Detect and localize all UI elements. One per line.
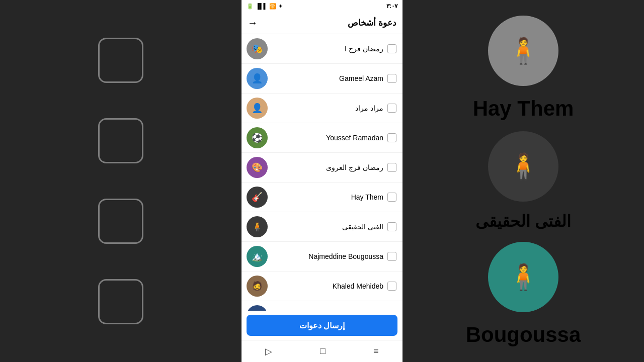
contact-item-10[interactable]: احمد ابو ها ني👤 [242, 301, 403, 311]
wifi-icon: 🛜 [269, 3, 276, 10]
contact-item-2[interactable]: Gameel Azam👤 [242, 64, 403, 94]
right-panel: 🧍 Hay Them 🧍 الفتى الحقيقى 🧍 Bougoussa [403, 0, 644, 362]
right-label-3: Bougoussa [466, 323, 581, 346]
contact-checkbox-7[interactable] [387, 222, 396, 231]
contact-name-7: الفتى الحقيقى [272, 223, 383, 231]
contact-item-1[interactable]: رمضان فرج ا🎭 [242, 34, 403, 64]
bluetooth-icon: ✦ [278, 3, 283, 10]
contact-name-8: Najmeddine Bougoussa [272, 252, 383, 260]
contact-checkbox-1[interactable] [387, 44, 396, 53]
contacts-list[interactable]: رمضان فرج ا🎭Gameel Azam👤مراد مراد👤Yousse… [242, 34, 403, 311]
contact-item-8[interactable]: Najmeddine Bougoussa🏔️ [242, 242, 403, 272]
contact-checkbox-3[interactable] [387, 104, 396, 113]
contact-name-1: رمضان فرج ا [272, 45, 383, 53]
contact-item-6[interactable]: Hay Them🎸 [242, 183, 403, 212]
contact-avatar-3: 👤 [247, 98, 268, 119]
contact-name-4: Youssef Ramadan [272, 134, 383, 142]
right-label-2: الفتى الحقيقى [475, 213, 571, 230]
back-button[interactable]: → [248, 17, 258, 29]
page-header: → دعوة أشخاص [242, 12, 403, 34]
right-avatar-3: 🧍 [488, 242, 558, 312]
contact-avatar-8: 🏔️ [247, 246, 268, 267]
left-square-2 [98, 118, 143, 163]
contact-avatar-1: 🎭 [247, 38, 268, 59]
contact-checkbox-2[interactable] [387, 74, 396, 83]
time-display: ٣:٠٧ [386, 3, 397, 10]
square-icon[interactable]: □ [320, 346, 326, 356]
send-invites-button[interactable]: إرسال دعوات [247, 315, 397, 336]
contact-item-3[interactable]: مراد مراد👤 [242, 94, 403, 123]
contact-name-2: Gameel Azam [272, 74, 383, 82]
contact-avatar-10: 👤 [247, 305, 268, 311]
contact-checkbox-9[interactable] [387, 282, 396, 291]
status-time: ٣:٠٧ [386, 3, 397, 10]
status-bar: 🔋 ▐▌▌ 🛜 ✦ ٣:٠٧ [242, 0, 403, 12]
play-icon[interactable]: ▷ [265, 346, 272, 357]
contact-item-5[interactable]: رمضان فرج العروى🎨 [242, 153, 403, 183]
contact-checkbox-4[interactable] [387, 133, 396, 142]
left-square-3 [98, 199, 143, 244]
contact-name-9: Khaled Mehideb [272, 282, 383, 290]
left-square-1 [98, 38, 143, 83]
contact-name-6: Hay Them [272, 193, 383, 201]
bottom-navigation: ▷ □ ≡ [242, 340, 403, 362]
contact-avatar-4: ⚽ [247, 127, 268, 148]
menu-icon[interactable]: ≡ [373, 346, 379, 356]
signal-icon: ▐▌▌ [256, 3, 267, 9]
contact-item-4[interactable]: Youssef Ramadan⚽ [242, 123, 403, 153]
contact-avatar-2: 👤 [247, 68, 268, 89]
contact-avatar-9: 🧔 [247, 276, 268, 297]
phone-ui: 🔋 ▐▌▌ 🛜 ✦ ٣:٠٧ → دعوة أشخاص رمضان فرج ا🎭… [242, 0, 403, 362]
contact-checkbox-5[interactable] [387, 163, 396, 172]
right-avatar-1: 🧍 [488, 16, 558, 86]
right-avatar-2: 🧍 [488, 131, 558, 202]
contact-name-3: مراد مراد [272, 104, 383, 112]
contact-avatar-5: 🎨 [247, 157, 268, 178]
status-icons: 🔋 ▐▌▌ 🛜 ✦ [247, 3, 283, 10]
contact-name-5: رمضان فرج العروى [272, 163, 383, 171]
contact-avatar-7: 🧍 [247, 216, 268, 237]
right-label-1: Hay Them [473, 97, 574, 120]
contact-item-9[interactable]: Khaled Mehideb🧔 [242, 272, 403, 301]
contact-avatar-6: 🎸 [247, 187, 268, 208]
contact-checkbox-6[interactable] [387, 193, 396, 202]
contact-item-7[interactable]: الفتى الحقيقى🧍 [242, 212, 403, 242]
left-square-4 [98, 279, 143, 324]
contact-checkbox-8[interactable] [387, 252, 396, 261]
left-panel [0, 0, 242, 362]
battery-icon: 🔋 [247, 3, 254, 10]
page-title: دعوة أشخاص [348, 18, 396, 28]
